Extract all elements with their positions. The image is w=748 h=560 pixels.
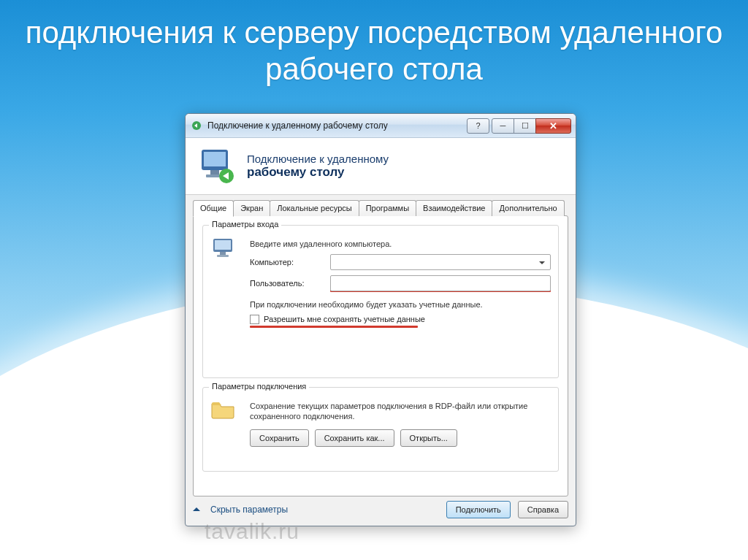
tab-general[interactable]: Общие bbox=[193, 200, 234, 217]
computer-icon bbox=[210, 234, 241, 328]
connect-button[interactable]: Подключить bbox=[446, 501, 511, 518]
tab-display[interactable]: Экран bbox=[233, 200, 270, 216]
svg-rect-3 bbox=[210, 170, 219, 174]
tab-panel-general: Параметры входа Введите имя удаленного к… bbox=[193, 215, 568, 496]
save-as-button[interactable]: Сохранить как... bbox=[315, 429, 394, 447]
svg-rect-7 bbox=[215, 240, 231, 250]
help-button-icon[interactable]: ? bbox=[467, 118, 489, 134]
header-line1: Подключение к удаленному bbox=[247, 153, 389, 165]
connection-note: Сохранение текущих параметров подключени… bbox=[250, 401, 551, 422]
save-credentials-checkbox[interactable] bbox=[250, 315, 259, 324]
user-textbox[interactable] bbox=[330, 275, 551, 291]
login-prompt: Введите имя удаленного компьютера. bbox=[250, 239, 551, 249]
svg-rect-9 bbox=[217, 255, 229, 257]
group-login-legend: Параметры входа bbox=[209, 220, 281, 229]
folder-icon bbox=[210, 396, 241, 447]
tab-local-resources[interactable]: Локальные ресурсы bbox=[270, 200, 359, 216]
header-line2: рабочему столу bbox=[247, 165, 389, 180]
group-login: Параметры входа Введите имя удаленного к… bbox=[202, 225, 559, 378]
tab-programs[interactable]: Программы bbox=[359, 200, 416, 216]
close-button[interactable]: ✕ bbox=[535, 118, 571, 134]
window-title: Подключение к удаленному рабочему столу bbox=[207, 120, 468, 131]
slide-title: подключения к серверу посредством удален… bbox=[0, 15, 748, 88]
save-credentials-label: Разрешить мне сохранять учетные данные bbox=[264, 315, 425, 323]
maximize-button[interactable]: ☐ bbox=[514, 118, 536, 134]
group-connection: Параметры подключения Сохранение текущих… bbox=[202, 387, 559, 472]
tab-experience[interactable]: Взаимодействие bbox=[416, 200, 492, 216]
collapse-arrow-icon bbox=[193, 507, 200, 511]
dialog-footer: Скрыть параметры Подключить Справка bbox=[193, 501, 568, 518]
tab-strip: Общие Экран Локальные ресурсы Программы … bbox=[193, 200, 568, 216]
rdp-header-icon bbox=[197, 147, 237, 186]
svg-rect-2 bbox=[204, 152, 226, 166]
titlebar[interactable]: Подключение к удаленному рабочему столу … bbox=[186, 114, 576, 138]
minimize-button[interactable]: ─ bbox=[492, 118, 514, 134]
computer-label: Компьютер: bbox=[250, 258, 323, 266]
save-button[interactable]: Сохранить bbox=[250, 429, 309, 447]
rdp-dialog-window: Подключение к удаленному рабочему столу … bbox=[185, 113, 576, 526]
credentials-note: При подключении необходимо будет указать… bbox=[250, 299, 551, 310]
dialog-header: Подключение к удаленному рабочему столу bbox=[186, 138, 576, 195]
computer-combobox[interactable] bbox=[330, 254, 551, 270]
hide-options-link[interactable]: Скрыть параметры bbox=[210, 505, 288, 515]
svg-rect-8 bbox=[220, 252, 226, 255]
tab-advanced[interactable]: Дополнительно bbox=[492, 200, 564, 216]
highlight-checkbox bbox=[250, 326, 418, 328]
group-connection-legend: Параметры подключения bbox=[209, 382, 309, 391]
app-icon bbox=[190, 119, 203, 132]
user-label: Пользователь: bbox=[250, 279, 323, 288]
help-button[interactable]: Справка bbox=[518, 501, 568, 518]
open-button[interactable]: Открыть... bbox=[400, 429, 457, 447]
